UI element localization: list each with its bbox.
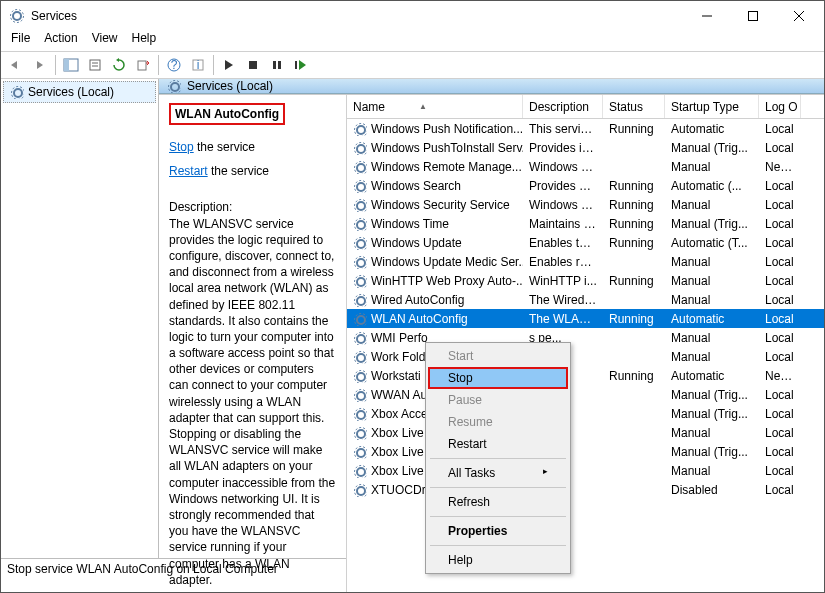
- col-status[interactable]: Status: [603, 95, 665, 118]
- svg-rect-11: [138, 61, 146, 70]
- title-bar: Services: [1, 1, 824, 31]
- selected-service-name: WLAN AutoConfig: [169, 103, 285, 125]
- gear-icon: [353, 407, 367, 421]
- service-row[interactable]: Windows Push Notification...This service…: [347, 119, 824, 138]
- detail-pane: WLAN AutoConfig Stop the service Restart…: [159, 95, 347, 593]
- svg-text:?: ?: [171, 58, 178, 72]
- ctx-refresh[interactable]: Refresh: [428, 491, 568, 513]
- show-hide-tree-button[interactable]: [60, 54, 82, 76]
- pause-service-button[interactable]: [266, 54, 288, 76]
- properties-button[interactable]: [84, 54, 106, 76]
- toolbar: ? i: [1, 51, 824, 79]
- service-row[interactable]: Windows TimeMaintains d...RunningManual …: [347, 214, 824, 233]
- service-row[interactable]: WLAN AutoConfigThe WLANS...RunningAutoma…: [347, 309, 824, 328]
- maximize-button[interactable]: [730, 1, 776, 31]
- tree-node-services-local[interactable]: Services (Local): [3, 81, 156, 103]
- service-row[interactable]: Xbox Lives au...ManualLocal: [347, 423, 824, 442]
- close-button[interactable]: [776, 1, 822, 31]
- gear-icon: [353, 464, 367, 478]
- stop-service-button[interactable]: [242, 54, 264, 76]
- gear-icon: [353, 198, 367, 212]
- start-service-button[interactable]: [218, 54, 240, 76]
- gear-icon: [353, 369, 367, 383]
- ctx-stop[interactable]: Stop: [428, 367, 568, 389]
- ctx-pause: Pause: [428, 389, 568, 411]
- col-startup[interactable]: Startup Type: [665, 95, 759, 118]
- info-button[interactable]: i: [187, 54, 209, 76]
- minimize-button[interactable]: [684, 1, 730, 31]
- stop-link[interactable]: Stop: [169, 140, 194, 154]
- pane-header-title: Services (Local): [187, 79, 273, 93]
- window-title: Services: [31, 9, 684, 23]
- restart-service-button[interactable]: [290, 54, 312, 76]
- description-body: The WLANSVC service provides the logic r…: [169, 216, 336, 588]
- sort-asc-icon: ▲: [419, 102, 427, 111]
- service-row[interactable]: XTUOCDrivDisabledLocal: [347, 480, 824, 499]
- gear-icon: [353, 426, 367, 440]
- context-menu: Start Stop Pause Resume Restart All Task…: [425, 342, 571, 574]
- service-row[interactable]: Windows Remote Manage...Windows R...Manu…: [347, 157, 824, 176]
- gear-icon: [353, 141, 367, 155]
- menu-bar: File Action View Help: [1, 31, 824, 51]
- svg-rect-18: [278, 61, 281, 69]
- gear-icon: [353, 122, 367, 136]
- col-logon[interactable]: Log O: [759, 95, 801, 118]
- service-row[interactable]: Wired AutoConfigThe Wired A...ManualLoca…: [347, 290, 824, 309]
- column-headers: Name▲ Description Status Startup Type Lo…: [347, 95, 824, 119]
- service-row[interactable]: Xbox Livevice ...ManualLocal: [347, 461, 824, 480]
- col-name[interactable]: Name▲: [347, 95, 523, 118]
- description-label: Description:: [169, 199, 336, 215]
- menu-file[interactable]: File: [11, 31, 30, 51]
- gear-icon: [353, 274, 367, 288]
- gear-icon: [353, 388, 367, 402]
- service-row[interactable]: Windows SearchProvides co...RunningAutom…: [347, 176, 824, 195]
- gear-icon: [353, 217, 367, 231]
- col-description[interactable]: Description: [523, 95, 603, 118]
- export-button[interactable]: [132, 54, 154, 76]
- gear-icon: [10, 85, 24, 99]
- svg-rect-17: [273, 61, 276, 69]
- service-row[interactable]: Windows UpdateEnables the ...RunningAuto…: [347, 233, 824, 252]
- app-icon: [9, 8, 25, 24]
- gear-icon: [353, 312, 367, 326]
- service-row[interactable]: WWAN Auvice ...Manual (Trig...Local: [347, 385, 824, 404]
- gear-icon: [353, 445, 367, 459]
- back-button[interactable]: [5, 54, 27, 76]
- svg-rect-7: [64, 59, 69, 71]
- ctx-restart[interactable]: Restart: [428, 433, 568, 455]
- service-row[interactable]: Work Foldvice ...ManualLocal: [347, 347, 824, 366]
- forward-button[interactable]: [29, 54, 51, 76]
- restart-link[interactable]: Restart: [169, 164, 208, 178]
- pane-header: Services (Local): [159, 79, 824, 94]
- gear-icon: [353, 255, 367, 269]
- svg-rect-3: [749, 12, 758, 21]
- menu-view[interactable]: View: [92, 31, 118, 51]
- tree-node-label: Services (Local): [28, 85, 114, 99]
- service-row[interactable]: Xbox Accevice ...Manual (Trig...Local: [347, 404, 824, 423]
- service-row[interactable]: Workstatiand ...RunningAutomaticNetwo: [347, 366, 824, 385]
- svg-text:i: i: [197, 58, 200, 72]
- gear-icon: [353, 236, 367, 250]
- service-row[interactable]: WinHTTP Web Proxy Auto-...WinHTTP i...Ru…: [347, 271, 824, 290]
- gear-icon: [353, 331, 367, 345]
- gear-icon: [353, 160, 367, 174]
- refresh-button[interactable]: [108, 54, 130, 76]
- service-row[interactable]: Windows Security ServiceWindows Se...Run…: [347, 195, 824, 214]
- svg-rect-8: [90, 60, 100, 70]
- gear-icon: [167, 79, 181, 93]
- gear-icon: [353, 350, 367, 364]
- ctx-help[interactable]: Help: [428, 549, 568, 571]
- service-row[interactable]: WMI Perfos pe...ManualLocal: [347, 328, 824, 347]
- ctx-all-tasks[interactable]: All Tasks: [428, 462, 568, 484]
- service-row[interactable]: Xbox Livevice ...Manual (Trig...Local: [347, 442, 824, 461]
- ctx-resume: Resume: [428, 411, 568, 433]
- ctx-start: Start: [428, 345, 568, 367]
- gear-icon: [353, 179, 367, 193]
- help-button[interactable]: ?: [163, 54, 185, 76]
- menu-help[interactable]: Help: [132, 31, 157, 51]
- gear-icon: [353, 293, 367, 307]
- menu-action[interactable]: Action: [44, 31, 77, 51]
- service-row[interactable]: Windows PushToInstall Serv...Provides in…: [347, 138, 824, 157]
- service-row[interactable]: Windows Update Medic Ser...Enables rem..…: [347, 252, 824, 271]
- ctx-properties[interactable]: Properties: [428, 520, 568, 542]
